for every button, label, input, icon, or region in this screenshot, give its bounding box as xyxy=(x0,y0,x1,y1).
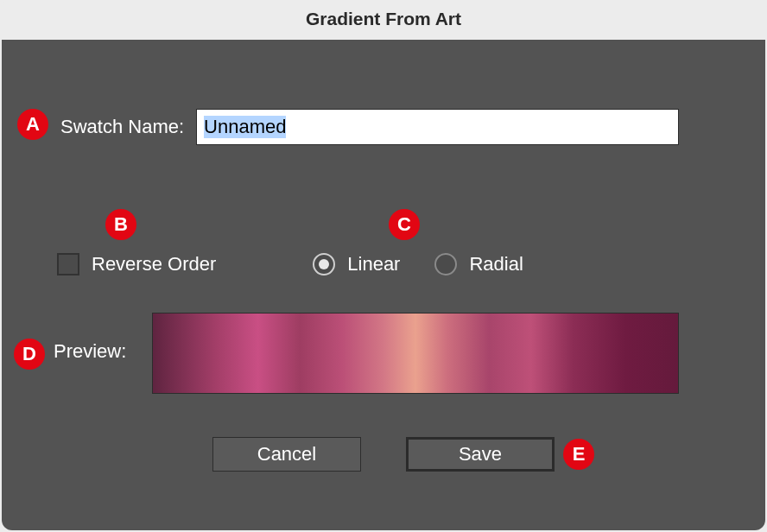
callout-d: D xyxy=(14,339,45,370)
radial-label: Radial xyxy=(469,253,523,276)
linear-radio[interactable] xyxy=(313,253,335,276)
linear-label: Linear xyxy=(347,253,400,276)
swatch-name-input[interactable] xyxy=(196,109,679,145)
swatch-name-row: Swatch Name: xyxy=(60,109,679,145)
gradient-preview xyxy=(152,313,679,394)
dialog-title: Gradient From Art xyxy=(0,0,767,38)
callout-c: C xyxy=(389,209,420,240)
preview-label: Preview: xyxy=(54,340,126,363)
callout-a: A xyxy=(17,109,48,140)
callout-b: B xyxy=(105,209,136,240)
reverse-order-checkbox[interactable] xyxy=(57,253,79,276)
radial-radio[interactable] xyxy=(434,253,457,276)
dialog-panel: A B C D E Swatch Name: Reverse Order Lin… xyxy=(2,40,765,530)
save-button[interactable]: Save xyxy=(406,437,555,472)
reverse-order-label: Reverse Order xyxy=(92,253,216,276)
cancel-button[interactable]: Cancel xyxy=(212,437,361,472)
options-row: Reverse Order Linear Radial xyxy=(57,247,713,282)
button-row: Cancel Save xyxy=(2,437,765,472)
swatch-name-label: Swatch Name: xyxy=(60,116,184,138)
radio-dot-icon xyxy=(319,259,329,269)
